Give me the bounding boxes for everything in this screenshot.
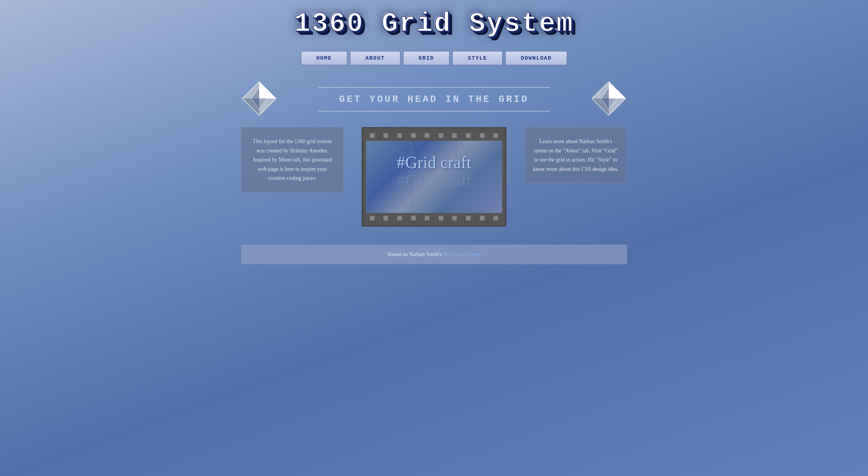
film-text-shadow: #Grid craft bbox=[397, 171, 471, 190]
film-hole bbox=[383, 215, 389, 221]
footer-text: Based on Nathan Smith's bbox=[388, 251, 443, 257]
film-hole bbox=[466, 215, 471, 221]
film-hole bbox=[479, 215, 485, 221]
film-hole bbox=[479, 133, 485, 138]
hero-line-bottom bbox=[318, 111, 550, 112]
film-hole bbox=[424, 133, 430, 138]
film-hole bbox=[452, 133, 457, 138]
nav-bar: HOME ABOUT GRID STYLE DOWNLOAD bbox=[0, 45, 868, 74]
left-content-box: This layout for the 1360 grid system was… bbox=[241, 127, 344, 192]
film-hole bbox=[493, 215, 498, 221]
film-hole bbox=[411, 133, 416, 138]
film-text-main: #Grid craft bbox=[397, 153, 471, 172]
nav-home[interactable]: HOME bbox=[301, 51, 347, 65]
hero-line-top bbox=[318, 87, 550, 88]
header: 1360 Grid System bbox=[0, 0, 868, 45]
nav-style[interactable]: STYLE bbox=[452, 51, 503, 65]
footer-link[interactable]: 960 Grid System bbox=[444, 251, 480, 257]
film-hole bbox=[411, 215, 416, 221]
film-holes-top bbox=[363, 133, 505, 138]
film-holes-bottom bbox=[363, 215, 505, 221]
nav-download[interactable]: DOWNLOAD bbox=[505, 51, 567, 65]
left-box-text: This layout for the 1360 grid system was… bbox=[249, 137, 336, 183]
film-hole bbox=[397, 133, 402, 138]
film-hole bbox=[370, 133, 375, 138]
film-hole bbox=[452, 215, 457, 221]
film-strip: #Grid craft #Grid craft bbox=[362, 127, 506, 227]
film-hole bbox=[383, 133, 389, 138]
right-box-text: Learn more about Nathan Smith's sytem on… bbox=[532, 137, 619, 173]
hero-row: GET YOUR HEAD IN THE GRID bbox=[241, 81, 627, 118]
footer: Based on Nathan Smith's 960 Grid System bbox=[223, 245, 645, 264]
content-row: This layout for the 1360 grid system was… bbox=[241, 127, 627, 227]
film-hole bbox=[438, 215, 444, 221]
film-hole bbox=[438, 133, 444, 138]
film-hole bbox=[370, 215, 375, 221]
footer-bar: Based on Nathan Smith's 960 Grid System bbox=[241, 245, 627, 264]
nav-about[interactable]: ABOUT bbox=[350, 51, 401, 65]
left-diamond-icon bbox=[241, 81, 277, 118]
hero-center: GET YOUR HEAD IN THE GRID bbox=[277, 84, 591, 115]
film-hole bbox=[493, 133, 498, 138]
site-title: 1360 Grid System bbox=[294, 9, 574, 39]
nav-grid[interactable]: GRID bbox=[403, 51, 450, 65]
hero-heading: GET YOUR HEAD IN THE GRID bbox=[289, 91, 579, 108]
film-hole bbox=[424, 215, 430, 221]
right-diamond-icon bbox=[591, 81, 627, 118]
film-hole bbox=[397, 215, 402, 221]
main-content: GET YOUR HEAD IN THE GRID This layout fo… bbox=[223, 74, 645, 232]
film-inner: #Grid craft #Grid craft bbox=[366, 141, 502, 213]
film-hole bbox=[466, 133, 471, 138]
right-content-box: Learn more about Nathan Smith's sytem on… bbox=[524, 127, 627, 183]
